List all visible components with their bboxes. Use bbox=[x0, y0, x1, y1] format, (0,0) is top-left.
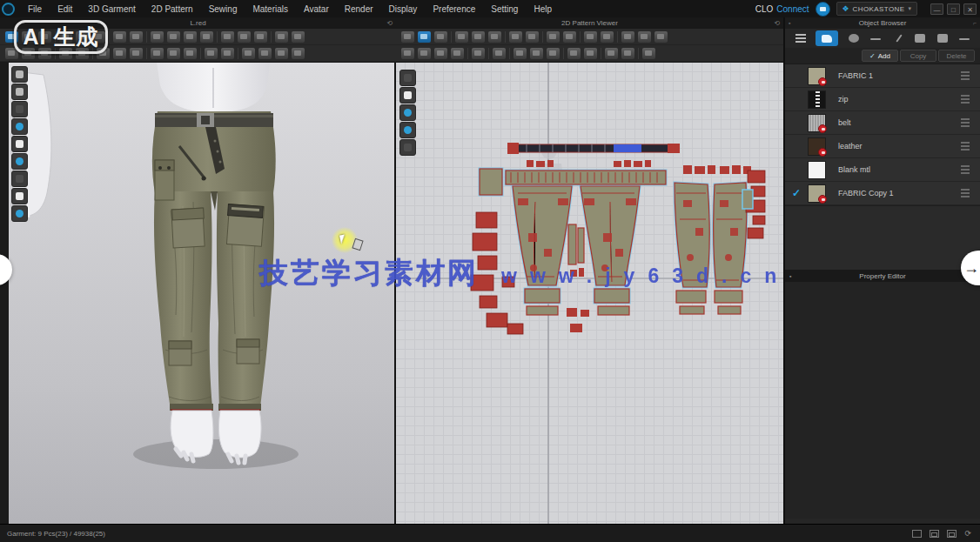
tool-icon[interactable] bbox=[151, 31, 164, 43]
tool-icon[interactable] bbox=[547, 48, 560, 59]
fabric-row[interactable]: FABRIC 1 bbox=[785, 64, 980, 88]
tool-icon[interactable] bbox=[130, 31, 143, 43]
row-menu-icon[interactable] bbox=[961, 165, 970, 174]
tool-icon[interactable] bbox=[601, 31, 614, 43]
tool-icon[interactable] bbox=[472, 31, 485, 43]
tool-icon[interactable] bbox=[509, 31, 522, 43]
fabric-swatch[interactable] bbox=[808, 114, 826, 132]
tool-icon[interactable] bbox=[526, 31, 539, 43]
sync-button[interactable] bbox=[816, 2, 830, 17]
2d-pattern-viewport[interactable] bbox=[396, 63, 783, 524]
refresh-icon[interactable]: ⟳ bbox=[964, 529, 971, 538]
menu-help[interactable]: Help bbox=[526, 2, 560, 17]
row-menu-icon[interactable] bbox=[961, 95, 970, 104]
tool-icon[interactable] bbox=[221, 48, 234, 59]
menu-file[interactable]: File bbox=[20, 2, 50, 17]
tool-icon[interactable] bbox=[292, 48, 305, 59]
vtool-icon[interactable] bbox=[11, 188, 28, 204]
fabric-row[interactable]: Blank mtl bbox=[785, 158, 980, 182]
tool-icon[interactable] bbox=[238, 31, 251, 43]
zipper-tab-icon[interactable] bbox=[869, 32, 883, 44]
vtool-icon[interactable] bbox=[11, 171, 28, 187]
vtool-icon[interactable] bbox=[11, 118, 28, 135]
tool-icon[interactable] bbox=[642, 48, 655, 59]
3d-viewport-corner-icon[interactable]: ⟲ bbox=[386, 19, 393, 27]
scene-list-icon[interactable] bbox=[794, 32, 808, 44]
topstitch-tab-icon[interactable] bbox=[891, 32, 905, 44]
tool-icon[interactable] bbox=[638, 31, 651, 43]
menu-display[interactable]: Display bbox=[381, 2, 426, 17]
property-editor-header[interactable]: ▪ Property Editor bbox=[785, 270, 980, 282]
more-tab-icon[interactable] bbox=[957, 32, 971, 44]
tool-icon[interactable] bbox=[584, 48, 597, 59]
fabric-row[interactable]: belt bbox=[785, 111, 980, 135]
tool-icon[interactable] bbox=[130, 48, 143, 59]
tool-icon[interactable] bbox=[242, 48, 255, 59]
button-tab-icon[interactable] bbox=[847, 32, 861, 44]
tool-icon[interactable] bbox=[513, 48, 527, 59]
vtool-icon[interactable] bbox=[11, 101, 28, 117]
tool-icon[interactable] bbox=[621, 48, 634, 59]
tool-icon[interactable] bbox=[401, 48, 414, 59]
tool-icon[interactable] bbox=[530, 48, 543, 59]
maximize-button[interactable]: □ bbox=[947, 3, 960, 15]
tool-icon[interactable] bbox=[654, 31, 668, 43]
menu-render[interactable]: Render bbox=[337, 2, 381, 17]
vtool-icon[interactable] bbox=[399, 104, 416, 121]
menu-3d-garment[interactable]: 3D Garment bbox=[80, 2, 143, 17]
tool-icon[interactable] bbox=[418, 48, 431, 59]
tool-icon[interactable] bbox=[418, 31, 431, 43]
tool-icon[interactable] bbox=[113, 48, 126, 59]
fabric-swatch[interactable] bbox=[808, 161, 826, 179]
row-menu-icon[interactable] bbox=[961, 142, 970, 151]
tool-icon[interactable] bbox=[563, 31, 576, 43]
tool-icon[interactable] bbox=[113, 31, 126, 43]
minimize-button[interactable]: — bbox=[930, 3, 943, 15]
menu-materials[interactable]: Materials bbox=[245, 2, 296, 17]
3d-garment-viewport[interactable] bbox=[9, 63, 396, 524]
menu-2d-pattern[interactable]: 2D Pattern bbox=[144, 2, 201, 17]
tool-icon[interactable] bbox=[621, 31, 634, 43]
tool-icon[interactable] bbox=[205, 48, 218, 59]
tool-icon[interactable] bbox=[167, 31, 180, 43]
tool-icon[interactable] bbox=[455, 31, 468, 43]
tool-icon[interactable] bbox=[472, 48, 485, 59]
tool-icon[interactable] bbox=[258, 48, 272, 59]
tool-icon[interactable] bbox=[451, 48, 464, 59]
vtool-icon[interactable] bbox=[399, 139, 416, 156]
tool-icon[interactable] bbox=[184, 31, 197, 43]
add-fabric-button[interactable]: ✓Add bbox=[862, 50, 898, 62]
tool-icon[interactable] bbox=[275, 31, 288, 43]
tool-icon[interactable] bbox=[167, 48, 180, 59]
tool-icon[interactable] bbox=[401, 31, 414, 43]
tool-icon[interactable] bbox=[151, 48, 164, 59]
vtool-icon[interactable] bbox=[399, 122, 416, 138]
tool-icon[interactable] bbox=[605, 48, 618, 59]
menu-sewing[interactable]: Sewing bbox=[201, 2, 245, 17]
fabric-swatch[interactable] bbox=[808, 90, 826, 109]
fabric-tab-icon[interactable] bbox=[816, 30, 838, 46]
vtool-icon[interactable] bbox=[11, 153, 28, 170]
tool-icon[interactable] bbox=[488, 31, 501, 43]
row-menu-icon[interactable] bbox=[961, 118, 970, 127]
fabric-swatch[interactable] bbox=[808, 137, 826, 156]
tool-icon[interactable] bbox=[275, 48, 288, 59]
row-menu-icon[interactable] bbox=[961, 71, 970, 80]
tool-icon[interactable] bbox=[434, 31, 447, 43]
menu-setting[interactable]: Setting bbox=[483, 2, 526, 17]
tool-icon[interactable] bbox=[493, 48, 506, 59]
tool-icon[interactable] bbox=[292, 31, 305, 43]
connect-link[interactable]: CLOConnect bbox=[755, 4, 809, 14]
tool-icon[interactable] bbox=[184, 48, 197, 59]
layout-icon[interactable] bbox=[912, 530, 922, 538]
grid-layout-icon[interactable] bbox=[947, 530, 957, 538]
tool-icon[interactable] bbox=[200, 31, 213, 43]
copy-fabric-button[interactable]: Copy bbox=[900, 50, 936, 62]
user-account-button[interactable]: ❖ CHOKASTONE ▾ bbox=[836, 2, 917, 16]
trim-tab-icon[interactable] bbox=[913, 32, 927, 44]
object-browser-header[interactable]: ▪ Object Browser ⌐ bbox=[785, 17, 980, 29]
panel-layout-icon[interactable] bbox=[930, 530, 939, 538]
vtool-icon[interactable] bbox=[11, 205, 28, 222]
tool-icon[interactable] bbox=[254, 31, 267, 43]
vtool-icon[interactable] bbox=[11, 66, 28, 83]
